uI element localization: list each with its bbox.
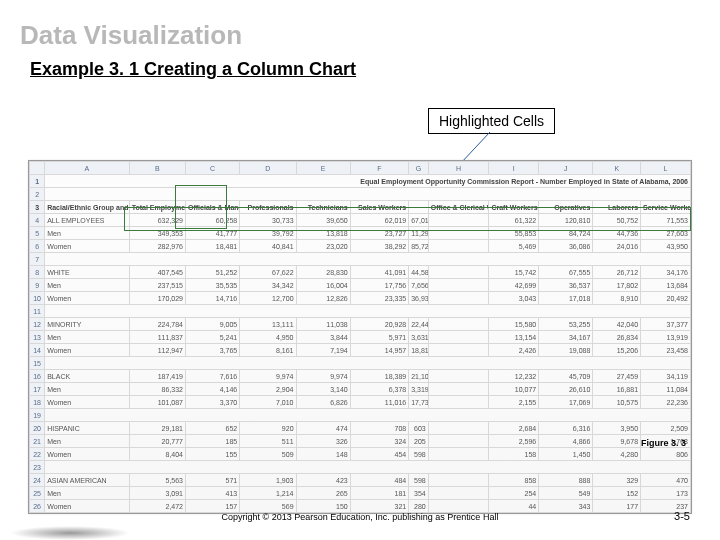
table-row: 7 [30, 253, 691, 266]
page-number: 3-5 [674, 510, 690, 522]
blank-row: 2 [30, 188, 691, 201]
report-title-row: 1 Equal Employment Opportunity Commissio… [30, 175, 691, 188]
table-row: 26Women2,47215756915032128044343177237 [30, 500, 691, 513]
table-row: 14Women112,9473,7658,1617,19414,95718,81… [30, 344, 691, 357]
table-row: 21Men20,7771855113263242052,5964,8669,67… [30, 435, 691, 448]
table-row: 11 [30, 305, 691, 318]
table-row: 17Men86,3324,1462,9043,1406,3783,31910,0… [30, 383, 691, 396]
table-row: 5Men349,35341,77739,79213,81823,72711,29… [30, 227, 691, 240]
example-subtitle: Example 3. 1 Creating a Column Chart [0, 51, 720, 80]
slide-shadow [10, 526, 130, 540]
spreadsheet-figure: ABCDEFGHIJKL 1 Equal Employment Opportun… [28, 160, 692, 514]
table-row: 20HISPANIC29,1816529204747086032,6846,31… [30, 422, 691, 435]
spreadsheet-table: ABCDEFGHIJKL 1 Equal Employment Opportun… [29, 161, 691, 513]
page-title: Data Visualization [0, 0, 720, 51]
table-row: 12MINORITY224,7849,00513,11111,03820,928… [30, 318, 691, 331]
table-row: 25Men3,0914131,214265181354254549152173 [30, 487, 691, 500]
column-headers-row: 3 Racial/Ethnic Group and Gender Total E… [30, 201, 691, 214]
copyright-text: Copyright © 2013 Pearson Education, Inc.… [0, 512, 720, 522]
table-row: 23 [30, 461, 691, 474]
table-row: 6Women282,97618,48140,84123,02038,29285,… [30, 240, 691, 253]
col-header-row: ABCDEFGHIJKL [30, 162, 691, 175]
table-row: 24ASIAN AMERICAN5,5635711,90342348459885… [30, 474, 691, 487]
table-row: 22Women8,4041555091484545981581,4504,280… [30, 448, 691, 461]
table-row: 4ALL EMPLOYEES632,32960,25830,73339,6506… [30, 214, 691, 227]
table-row: 15 [30, 357, 691, 370]
table-row: 8WHITE407,54551,25267,62228,83041,09144,… [30, 266, 691, 279]
table-row: 19 [30, 409, 691, 422]
callout-highlighted-cells: Highlighted Cells [428, 108, 555, 134]
table-row: 9Men237,51535,53534,34216,00417,7567,656… [30, 279, 691, 292]
table-row: 10Women170,02914,71612,70012,82623,33536… [30, 292, 691, 305]
table-row: 18Women101,0873,3707,0106,82611,01617,73… [30, 396, 691, 409]
table-row: 13Men111,8375,2414,9503,8445,9713,63113,… [30, 331, 691, 344]
figure-caption: Figure 3. 3 [641, 438, 686, 448]
table-row: 16BLACK187,4197,6169,9749,97418,38921,10… [30, 370, 691, 383]
